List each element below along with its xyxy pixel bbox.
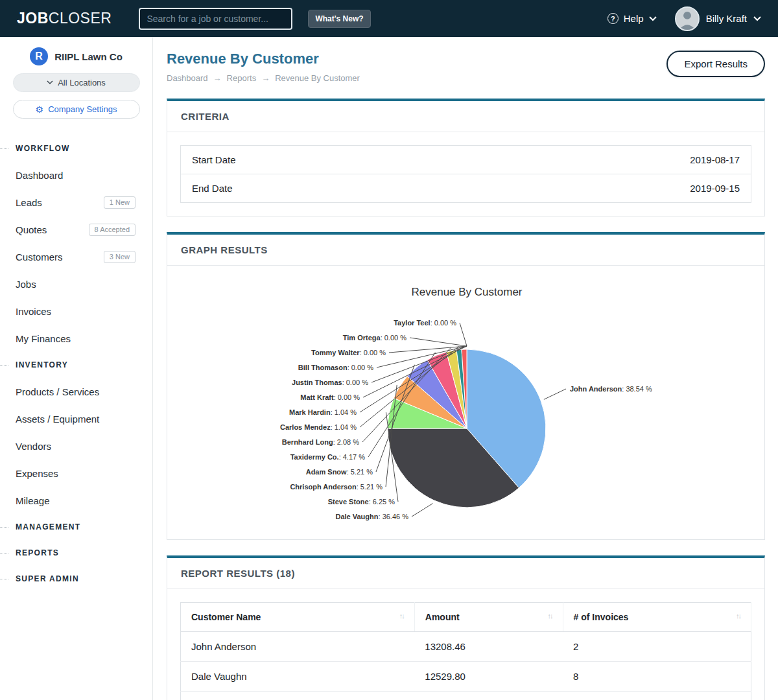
sidebar-item-leads[interactable]: Leads1 New — [0, 189, 152, 216]
sort-icon[interactable]: ↑↓ — [548, 612, 552, 620]
table-cell: 1 — [563, 692, 751, 700]
logo-light: CLOSER — [49, 10, 112, 27]
sidebar-section-management[interactable]: MANAGEMENT — [0, 514, 152, 540]
criteria-value: 2019-08-17 — [690, 154, 740, 165]
criteria-label: End Date — [192, 183, 233, 194]
pie-label-taxidermy-co: Taxidermy Co.: 4.17 % — [290, 453, 366, 461]
help-label: Help — [624, 13, 644, 24]
export-results-button[interactable]: Export Results — [666, 51, 765, 77]
criteria-card: CRITERIA Start Date2019-08-17End Date201… — [167, 99, 765, 216]
report-card-title: REPORT RESULTS (18) — [167, 558, 764, 589]
sort-icon[interactable]: ↑↓ — [736, 612, 740, 620]
chevron-down-icon — [753, 16, 761, 21]
user-name: Billy Kraft — [706, 13, 747, 24]
criteria-rows: Start Date2019-08-17End Date2019-09-15 — [180, 145, 751, 203]
graph-card: GRAPH RESULTS Revenue By CustomerTaylor … — [167, 232, 765, 540]
breadcrumb-separator: → — [261, 73, 270, 83]
company-settings-label: Company Settings — [48, 104, 117, 114]
table-cell: Dale Vaughn — [181, 662, 415, 692]
pie-label-adam-snow: Adam Snow: 5.21 % — [306, 468, 373, 476]
table-cell: 2 — [563, 632, 751, 662]
sidebar-section-inventory[interactable]: INVENTORY — [0, 352, 152, 378]
breadcrumb-item[interactable]: Revenue By Customer — [275, 73, 360, 83]
table-cell: 8 — [563, 662, 751, 692]
column-header-label: # of Invoices — [574, 612, 629, 622]
sidebar-item-customers[interactable]: Customers3 New — [0, 243, 152, 270]
pie-connector-taylor-teel — [460, 323, 467, 346]
sidebar-section-reports[interactable]: REPORTS — [0, 540, 152, 566]
pie-label-mark-hardin: Mark Hardin: 1.04 % — [289, 408, 357, 416]
search-input[interactable] — [139, 8, 292, 30]
column-header-customer-name[interactable]: Customer Name↑↓ — [181, 603, 415, 632]
chevron-down-icon — [649, 16, 657, 21]
table-cell: Steve Stone — [181, 692, 415, 700]
pie-label-carlos-mendez: Carlos Mendez: 1.04 % — [280, 423, 357, 431]
sidebar-item-expenses[interactable]: Expenses — [0, 460, 152, 487]
pie-label-chrisoph-anderson: Chrisoph Anderson: 5.21 % — [290, 483, 383, 491]
sidebar-item-invoices[interactable]: Invoices — [0, 298, 152, 325]
avatar — [675, 6, 700, 31]
pie-label-tommy-walter: Tommy Walter: 0.00 % — [311, 349, 386, 356]
help-menu[interactable]: ? Help — [607, 13, 657, 24]
locations-label: All Locations — [58, 78, 106, 88]
sidebar-nav: WORKFLOWDashboardLeads1 NewQuotes8 Accep… — [0, 135, 152, 592]
sidebar-item-dashboard[interactable]: Dashboard — [0, 161, 152, 189]
sidebar-item-assets-equipment[interactable]: Assets / Equipment — [0, 405, 152, 432]
company-row: R RIIPL Lawn Co — [0, 47, 152, 65]
page-header: Revenue By Customer Dashboard→Reports→Re… — [167, 51, 765, 83]
item-badge: 8 Accepted — [89, 224, 136, 236]
main-content: Revenue By Customer Dashboard→Reports→Re… — [153, 37, 778, 700]
company-logo: R — [30, 47, 48, 65]
company-name: RIIPL Lawn Co — [54, 51, 123, 62]
pie-label-justin-thomas: Justin Thomas: 0.00 % — [292, 379, 368, 386]
locations-dropdown[interactable]: All Locations — [13, 73, 140, 92]
sidebar-item-mileage[interactable]: Mileage — [0, 487, 152, 514]
criteria-row-end-date: End Date2019-09-15 — [181, 174, 751, 202]
criteria-row-start-date: Start Date2019-08-17 — [181, 146, 751, 174]
person-icon — [676, 8, 698, 30]
sidebar-section-super-admin[interactable]: SUPER ADMIN — [0, 566, 152, 592]
page-title: Revenue By Customer — [167, 51, 360, 67]
sidebar-item-jobs[interactable]: Jobs — [0, 270, 152, 298]
pie-label-tim-ortega: Tim Ortega: 0.00 % — [343, 334, 407, 342]
breadcrumb-item[interactable]: Dashboard — [167, 73, 208, 83]
table-row[interactable]: Steve Stone2006.401 — [181, 692, 751, 700]
table-cell: 13208.46 — [414, 632, 563, 662]
app-logo[interactable]: JOBCLOSER — [17, 10, 112, 27]
column-header-amount[interactable]: Amount↑↓ — [414, 603, 563, 632]
sidebar: R RIIPL Lawn Co All Locations ⚙ Company … — [0, 37, 153, 700]
breadcrumb-separator: → — [213, 73, 222, 83]
company-settings-button[interactable]: ⚙ Company Settings — [13, 100, 140, 119]
whats-new-button[interactable]: What's New? — [308, 10, 370, 28]
pie-label-steve-stone: Steve Stone: 6.25 % — [328, 498, 395, 506]
table-row[interactable]: Dale Vaughn12529.808 — [181, 662, 751, 692]
criteria-value: 2019-09-15 — [690, 183, 740, 194]
chart-title: Revenue By Customer — [411, 286, 522, 298]
breadcrumb-item[interactable]: Reports — [227, 73, 257, 83]
item-badge: 1 New — [104, 196, 136, 209]
pie-label-john-anderson: John Anderson: 38.54 % — [570, 385, 652, 393]
report-card: REPORT RESULTS (18) Customer Name↑↓Amoun… — [167, 555, 765, 700]
sidebar-item-products-services[interactable]: Products / Services — [0, 378, 152, 405]
sidebar-item-quotes[interactable]: Quotes8 Accepted — [0, 216, 152, 243]
pie-label-matt-kraft: Matt Kraft: 0.00 % — [300, 393, 360, 401]
pie-label-bernhard-long: Bernhard Long: 2.08 % — [282, 438, 359, 446]
user-menu[interactable]: Billy Kraft — [675, 6, 761, 31]
table-row[interactable]: John Anderson13208.462 — [181, 632, 751, 662]
sidebar-item-my-finances[interactable]: My Finances — [0, 325, 152, 352]
criteria-card-title: CRITERIA — [167, 101, 764, 132]
graph-card-title: GRAPH RESULTS — [167, 235, 764, 266]
navbar-right: ? Help Billy Kraft — [607, 6, 778, 31]
criteria-label: Start Date — [192, 154, 236, 165]
pie-label-bill-thomason: Bill Thomason: 0.00 % — [298, 364, 373, 371]
table-cell: 12529.80 — [414, 662, 563, 692]
gear-icon: ⚙ — [36, 105, 44, 114]
sidebar-section-workflow[interactable]: WORKFLOW — [0, 135, 152, 161]
sort-icon[interactable]: ↑↓ — [399, 612, 404, 620]
sidebar-item-vendors[interactable]: Vendors — [0, 432, 152, 460]
pie-connector-john-anderson — [544, 389, 566, 399]
column-header-of-invoices[interactable]: # of Invoices↑↓ — [563, 603, 751, 632]
help-icon: ? — [607, 13, 619, 24]
table-cell: John Anderson — [181, 632, 415, 662]
logo-bold: JOB — [17, 10, 49, 27]
